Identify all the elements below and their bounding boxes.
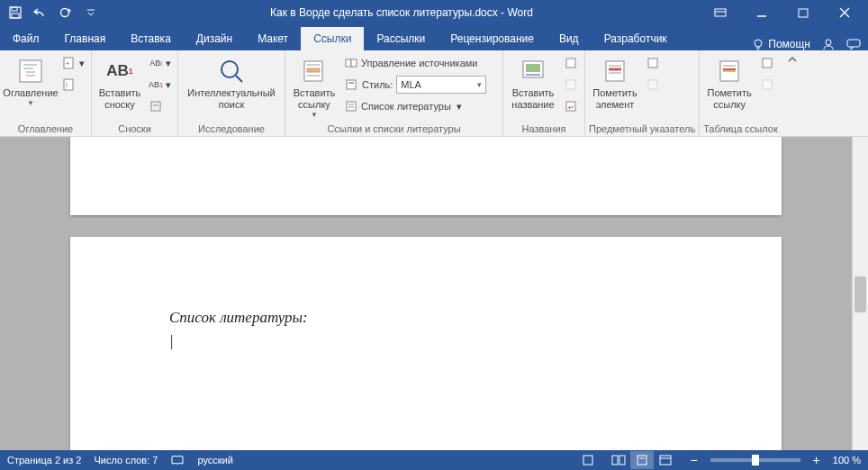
bibliography-button[interactable]: Список литературы ▾	[341, 96, 499, 116]
update-toa-icon	[760, 77, 774, 92]
share-button[interactable]	[821, 38, 836, 50]
cross-ref-icon: ↵	[564, 99, 578, 113]
svg-rect-1	[12, 7, 17, 11]
group-citations: Вставить ссылку ▼ Управление источниками…	[285, 50, 503, 136]
tab-design[interactable]: Дизайн	[184, 27, 245, 50]
scrollbar-thumb[interactable]	[854, 276, 866, 312]
show-notes-button[interactable]	[146, 96, 174, 116]
tab-mailings[interactable]: Рассылки	[364, 27, 438, 50]
svg-rect-59	[583, 456, 592, 465]
read-mode-button[interactable]	[607, 451, 630, 469]
update-toc-button[interactable]: !	[59, 75, 87, 95]
tab-layout[interactable]: Макет	[245, 27, 301, 50]
mark-entry-button[interactable]: Пометить элемент	[589, 53, 641, 113]
record-icon	[582, 454, 594, 466]
tell-me-button[interactable]: Помощн	[752, 38, 810, 50]
tab-insert[interactable]: Вставка	[118, 27, 184, 50]
macro-record-button[interactable]	[582, 454, 594, 466]
insert-toa-button[interactable]	[757, 53, 777, 73]
magnifier-icon	[217, 57, 246, 86]
mark-entry-label: Пометить элемент	[592, 87, 637, 111]
svg-rect-43	[566, 59, 575, 68]
tab-view[interactable]: Вид	[547, 27, 592, 50]
lightbulb-icon	[752, 38, 764, 50]
insert-caption-button[interactable]: Вставить название	[507, 53, 559, 113]
group-label-toc: Оглавление	[4, 122, 87, 136]
page-1[interactable]	[70, 137, 782, 215]
print-layout-button[interactable]	[630, 451, 654, 469]
svg-rect-35	[347, 80, 356, 89]
svg-rect-47	[606, 61, 624, 81]
insert-tof-button[interactable]	[561, 53, 581, 73]
ribbon: Оглавление ▼ +▾ ! Оглавление AB1 Вставит…	[0, 50, 868, 137]
group-research: Интеллектуальный поиск Исследование	[178, 50, 285, 136]
next-footnote-button[interactable]: AB1▾	[146, 75, 174, 95]
mark-citation-button[interactable]: Пометить ссылку	[703, 53, 755, 113]
bibliography-heading: Список литературы:	[169, 309, 683, 327]
add-text-button[interactable]: +▾	[59, 53, 87, 73]
title-bar: Как в Ворде сделать список литературы.do…	[0, 0, 868, 25]
save-button[interactable]	[4, 2, 27, 23]
tab-home[interactable]: Главная	[52, 27, 119, 50]
comments-button[interactable]	[846, 38, 861, 50]
update-index-icon	[646, 77, 660, 92]
group-label-index: Предметный указатель	[589, 122, 695, 136]
svg-rect-25	[151, 102, 160, 111]
group-toc: Оглавление ▼ +▾ ! Оглавление	[0, 50, 92, 136]
update-toa-button[interactable]	[757, 75, 777, 95]
zoom-in-button[interactable]: +	[813, 453, 820, 467]
zoom-level[interactable]: 100 %	[833, 455, 861, 465]
insert-footnote-button[interactable]: AB1 Вставить сноску	[95, 53, 144, 113]
citation-style-select[interactable]: MLA	[396, 76, 486, 94]
collapse-ribbon-button[interactable]	[782, 50, 803, 136]
language-indicator[interactable]: русский	[197, 455, 232, 465]
qat-customize-button[interactable]	[79, 2, 103, 23]
close-button[interactable]	[825, 2, 864, 23]
zoom-out-button[interactable]: −	[690, 453, 697, 467]
manage-sources-button[interactable]: Управление источниками	[341, 53, 499, 73]
undo-button[interactable]	[29, 2, 52, 23]
book-icon	[170, 454, 185, 466]
redo-button[interactable]	[54, 2, 77, 23]
word-count[interactable]: Число слов: 7	[94, 455, 158, 465]
update-icon: !	[62, 77, 77, 92]
smart-lookup-button[interactable]: Интеллектуальный поиск	[182, 53, 281, 113]
insert-endnote-button[interactable]: ABi▾	[146, 53, 174, 73]
toc-button[interactable]: Оглавление ▼	[4, 53, 58, 109]
tab-file[interactable]: Файл	[0, 27, 52, 50]
svg-point-11	[755, 40, 762, 47]
update-tof-button[interactable]	[561, 75, 581, 95]
spell-check-button[interactable]	[170, 454, 185, 466]
svg-rect-64	[660, 456, 671, 465]
tab-developer[interactable]: Разработчик	[592, 27, 680, 50]
maximize-button[interactable]	[783, 2, 823, 23]
zoom-slider[interactable]	[710, 458, 800, 462]
group-label-captions: Названия	[507, 122, 581, 136]
manage-sources-icon	[344, 56, 358, 70]
citation-icon	[300, 57, 329, 86]
page-indicator[interactable]: Страница 2 из 2	[7, 455, 81, 465]
zoom-slider-knob[interactable]	[752, 455, 759, 465]
insert-toa-icon	[760, 56, 774, 70]
page-2[interactable]: Список литературы: |	[70, 237, 782, 450]
text-cursor: |	[169, 332, 683, 350]
web-layout-button[interactable]	[654, 451, 677, 469]
group-toa: Пометить ссылку Таблица ссылок	[700, 50, 782, 136]
ribbon-display-options-button[interactable]	[701, 2, 740, 23]
vertical-scrollbar[interactable]	[852, 137, 868, 450]
svg-rect-58	[763, 80, 772, 89]
tab-references[interactable]: Ссылки	[301, 27, 364, 50]
chevron-down-icon: ▼	[311, 111, 318, 119]
insert-citation-button[interactable]: Вставить ссылку ▼	[289, 53, 339, 121]
insert-index-button[interactable]	[643, 53, 663, 73]
svg-rect-33	[346, 59, 351, 67]
next-footnote-icon: AB1	[149, 77, 163, 92]
style-value: MLA	[401, 79, 421, 90]
insert-index-icon	[646, 56, 660, 70]
minimize-button[interactable]	[742, 2, 782, 23]
cross-reference-button[interactable]: ↵	[561, 96, 581, 116]
update-index-button[interactable]	[643, 75, 663, 95]
document-scroll[interactable]: Список литературы: |	[0, 137, 852, 450]
manage-sources-label: Управление источниками	[361, 58, 477, 68]
tab-review[interactable]: Рецензирование	[438, 27, 547, 50]
